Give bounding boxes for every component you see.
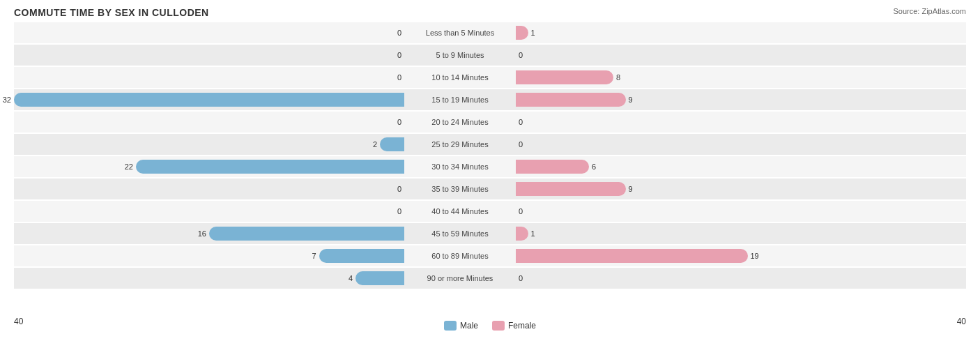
- axis-left: 40: [14, 317, 23, 331]
- row-label: Less than 5 Minutes: [404, 29, 516, 37]
- table-row: 7 60 to 89 Minutes 19: [14, 245, 966, 266]
- row-label: 40 to 44 Minutes: [404, 207, 516, 215]
- row-label: 15 to 19 Minutes: [404, 96, 516, 104]
- table-row: 32 15 to 19 Minutes 9: [14, 89, 966, 110]
- chart-area: 0 Less than 5 Minutes 1 0 5 to 9 Minutes…: [14, 22, 966, 315]
- female-value: 6: [592, 162, 596, 171]
- table-row: 0 40 to 44 Minutes 0: [14, 201, 966, 222]
- female-value: 1: [531, 229, 535, 238]
- row-label: 30 to 34 Minutes: [404, 162, 516, 171]
- female-bar: 8: [516, 70, 613, 84]
- male-value: 16: [198, 229, 206, 238]
- table-row: 0 5 to 9 Minutes 0: [14, 45, 966, 66]
- female-bar: 9: [516, 182, 626, 196]
- row-label: 90 or more Minutes: [404, 274, 516, 282]
- male-swatch: [444, 321, 457, 331]
- female-value: 0: [519, 207, 523, 215]
- male-bar: 16: [209, 227, 404, 241]
- row-label: 25 to 29 Minutes: [404, 140, 516, 149]
- table-row: 0 20 to 24 Minutes 0: [14, 112, 966, 132]
- male-value: 0: [397, 118, 401, 126]
- table-row: 2 25 to 29 Minutes 0: [14, 134, 966, 155]
- row-label: 10 to 14 Minutes: [404, 73, 516, 82]
- table-row: 4 90 or more Minutes 0: [14, 268, 966, 289]
- female-swatch: [492, 321, 505, 331]
- male-value: 0: [397, 207, 401, 215]
- male-value: 0: [397, 29, 401, 37]
- female-value: 0: [519, 140, 523, 149]
- female-value: 0: [519, 51, 523, 59]
- axis-right: 40: [957, 317, 966, 331]
- female-label: Female: [508, 321, 536, 331]
- female-value: 0: [519, 274, 523, 282]
- male-value: 0: [397, 185, 401, 193]
- table-row: 0 Less than 5 Minutes 1: [14, 22, 966, 43]
- male-bar: 4: [355, 271, 404, 285]
- table-row: 22 30 to 34 Minutes 6: [14, 156, 966, 177]
- row-label: 35 to 39 Minutes: [404, 185, 516, 193]
- table-row: 16 45 to 59 Minutes 1: [14, 223, 966, 244]
- female-value: 0: [519, 118, 523, 126]
- male-label: Male: [460, 321, 478, 331]
- chart-title: COMMUTE TIME BY SEX IN CULLODEN: [14, 7, 966, 18]
- male-value: 2: [373, 140, 377, 149]
- female-value: 9: [629, 185, 633, 193]
- legend-male: Male: [444, 321, 478, 331]
- legend-female: Female: [492, 321, 536, 331]
- source-label: Source: ZipAtlas.com: [893, 7, 966, 15]
- row-label: 5 to 9 Minutes: [404, 51, 516, 59]
- female-bar: 19: [516, 249, 748, 263]
- table-row: 0 35 to 39 Minutes 9: [14, 179, 966, 199]
- male-bar: 32: [14, 93, 404, 107]
- female-value: 19: [751, 252, 759, 260]
- row-label: 20 to 24 Minutes: [404, 118, 516, 126]
- male-value: 32: [3, 96, 11, 104]
- male-value: 22: [125, 162, 133, 171]
- female-bar: 6: [516, 160, 589, 174]
- legend: Male Female: [444, 321, 536, 331]
- male-value: 0: [397, 51, 401, 59]
- row-label: 60 to 89 Minutes: [404, 252, 516, 260]
- female-value: 1: [531, 29, 535, 37]
- female-bar: 1: [516, 26, 528, 40]
- male-bar: 7: [319, 249, 405, 263]
- female-value: 8: [616, 73, 620, 82]
- male-value: 7: [312, 252, 316, 260]
- male-value: 0: [397, 73, 401, 82]
- female-value: 9: [629, 96, 633, 104]
- male-value: 4: [349, 274, 353, 282]
- female-bar: 9: [516, 93, 626, 107]
- male-bar: 2: [380, 137, 404, 151]
- table-row: 0 10 to 14 Minutes 8: [14, 67, 966, 88]
- male-bar: 22: [136, 160, 404, 174]
- row-label: 45 to 59 Minutes: [404, 229, 516, 238]
- chart-container: COMMUTE TIME BY SEX IN CULLODEN Source: …: [0, 0, 980, 364]
- female-bar: 1: [516, 227, 528, 241]
